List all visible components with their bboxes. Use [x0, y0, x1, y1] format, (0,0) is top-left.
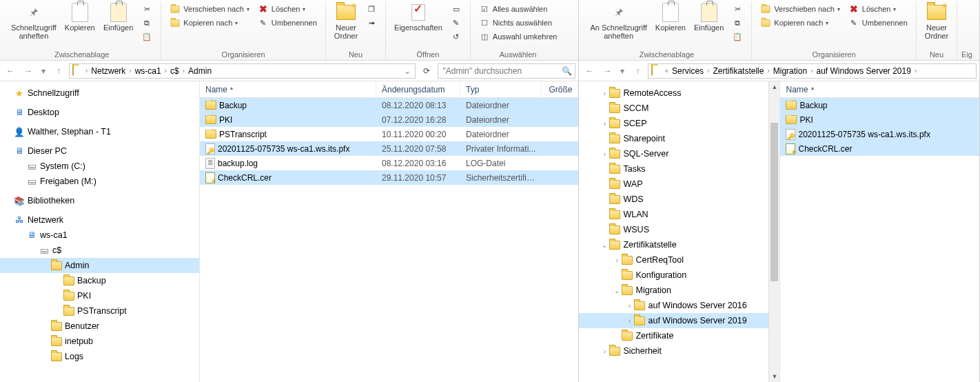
rename-button[interactable]: ✎ Umbenennen [255, 17, 320, 29]
tree-item[interactable]: ›SQL-Server [579, 146, 779, 161]
pin-to-quickaccess-button[interactable]: An Schnellzugriff anheften [586, 1, 651, 41]
scroll-thumb[interactable] [770, 123, 778, 281]
table-row[interactable]: 20201125-075735 ws-ca1.ws.its.pfx [780, 127, 979, 141]
tree-item[interactable]: ›CertReqTool [579, 252, 779, 268]
tree-expander-icon[interactable]: ⌄ [612, 287, 622, 294]
tree-item[interactable]: ›SCEP [579, 116, 779, 131]
address-dropdown-button[interactable]: ⌄ [401, 63, 414, 79]
table-row[interactable]: 20201125-075735 ws-ca1.ws.its.pfx25.11.2… [200, 141, 578, 156]
tree-expander-icon[interactable]: ⌄ [600, 241, 609, 249]
crumb-3[interactable]: auf Windows Server 2019 [813, 66, 913, 76]
navigation-tree[interactable]: ★Schnellzugriff🖥Desktop👤Walther, Stephan… [0, 81, 200, 382]
search-input[interactable] [441, 66, 562, 77]
table-row[interactable]: PKI [780, 112, 979, 127]
nav-recent-button[interactable]: ▾ [39, 63, 48, 79]
scroll-up-icon[interactable]: ▲ [769, 81, 779, 92]
copy-to-button[interactable]: Kopieren nach [167, 17, 252, 29]
easy-access-button[interactable]: ➟ [363, 17, 380, 29]
tree-item[interactable]: 🖴c$ [0, 243, 199, 258]
tree-item[interactable]: WDS [579, 192, 779, 207]
copy-to-button[interactable]: Kopieren nach [757, 17, 842, 29]
tree-item[interactable]: 🖧Netzwerk [0, 212, 199, 228]
copy-path-button[interactable]: ⧉ [729, 17, 746, 29]
tree-item[interactable]: 🖥Desktop [0, 105, 199, 120]
table-row[interactable]: Backup [780, 98, 979, 112]
tree-item[interactable]: WLAN [579, 207, 779, 222]
edit-button[interactable]: ✎ [448, 17, 465, 29]
tree-expander-icon[interactable]: › [600, 150, 609, 158]
tree-item[interactable]: Admin [0, 258, 199, 273]
history-button[interactable]: ↺ [448, 30, 465, 43]
crumb-0[interactable]: Services [669, 66, 706, 76]
table-row[interactable]: CheckCRL.cer [780, 141, 979, 156]
tree-item[interactable]: PKI [0, 288, 199, 303]
copy-button[interactable]: Kopieren [651, 1, 690, 33]
copy-button[interactable]: Kopieren [61, 1, 99, 33]
file-rows[interactable]: BackupPKI20201125-075735 ws-ca1.ws.its.p… [780, 98, 979, 382]
table-row[interactable]: backup.log08.12.2020 03:16LOG-Datei [200, 156, 578, 170]
paste-button[interactable]: Einfügen [690, 1, 728, 33]
file-rows[interactable]: Backup08.12.2020 08:13DateiordnerPKI07.1… [200, 98, 578, 382]
select-none-button[interactable]: ☐Nichts auswählen [476, 17, 560, 29]
move-to-button[interactable]: Verschieben nach [757, 3, 842, 15]
col-size[interactable]: Größe [542, 81, 578, 97]
crumb-share[interactable]: c$ [167, 66, 182, 76]
tree-item[interactable]: Backup [0, 273, 199, 288]
search-box[interactable]: 🔍 [438, 63, 575, 79]
col-name[interactable]: Name [200, 81, 376, 97]
tree-item[interactable]: Logs [0, 349, 199, 364]
tree-scrollbar[interactable]: ▲ ▼ [768, 81, 779, 382]
tree-item[interactable]: WAP [579, 177, 779, 192]
crumb-network[interactable]: Netzwerk [88, 66, 128, 76]
tree-item[interactable]: Zertifikate [579, 328, 779, 343]
invert-selection-button[interactable]: ◫Auswahl umkehren [476, 30, 560, 43]
crumb-folder[interactable]: Admin [185, 66, 214, 76]
nav-forward-button[interactable]: → [21, 63, 36, 79]
tree-item[interactable]: SCCM [579, 101, 779, 116]
tree-item[interactable]: Tasks [579, 161, 779, 177]
nav-forward-button[interactable]: → [600, 63, 615, 79]
table-row[interactable]: CheckCRL.cer29.11.2020 10:57Sicherheitsz… [200, 170, 578, 185]
select-all-button[interactable]: ☑Alles auswählen [476, 3, 560, 15]
tree-item[interactable]: ›Sicherheit [579, 343, 779, 359]
tree-item[interactable]: inetpub [0, 334, 199, 349]
tree-expander-icon[interactable]: › [600, 90, 609, 97]
address-bar[interactable]: › Netzwerk › ws-ca1 › c$ › Admin ⌄ [69, 63, 416, 79]
tree-item[interactable]: ⌄Migration [579, 283, 779, 298]
col-date[interactable]: Änderungsdatum [376, 81, 460, 97]
cut-button[interactable]: ✂ [139, 3, 155, 15]
crumb-host[interactable]: ws-ca1 [132, 66, 164, 76]
delete-button[interactable]: ✖Löschen [846, 3, 910, 15]
cut-button[interactable]: ✂ [729, 3, 746, 15]
new-folder-button[interactable]: Neuer Ordner [330, 1, 362, 41]
nav-up-button[interactable]: ↑ [630, 63, 645, 79]
table-row[interactable]: PSTranscript10.11.2020 00:20Dateiordner [200, 127, 578, 141]
nav-recent-button[interactable]: ▾ [617, 63, 627, 79]
open-button[interactable]: ▭ [448, 3, 465, 15]
navigation-tree[interactable]: ›RemoteAccessSCCM›SCEPSharepoint›SQL-Ser… [579, 81, 780, 382]
copy-path-button[interactable]: ⧉ [139, 17, 155, 29]
tree-expander-icon[interactable]: › [600, 120, 609, 128]
crumb-1[interactable]: Zertifikatstelle [710, 66, 766, 76]
tree-expander-icon[interactable]: › [624, 317, 634, 325]
rename-button[interactable]: ✎Umbenennen [846, 17, 910, 29]
tree-expander-icon[interactable]: › [600, 348, 609, 355]
move-to-button[interactable]: Verschieben nach [167, 3, 252, 15]
crumb-2[interactable]: Migration [770, 66, 810, 76]
table-row[interactable]: Backup08.12.2020 08:13Dateiordner [200, 98, 578, 112]
address-bar[interactable]: « Services › Zertifikatstelle › Migratio… [648, 63, 977, 79]
table-row[interactable]: PKI07.12.2020 16:28Dateiordner [200, 112, 578, 127]
paste-shortcut-button[interactable]: 📋 [139, 30, 155, 43]
tree-item[interactable]: ›RemoteAccess [579, 86, 779, 101]
delete-button[interactable]: ✖ Löschen [255, 3, 320, 15]
scroll-down-icon[interactable]: ▼ [769, 371, 779, 382]
overflow-icon[interactable]: « [664, 67, 669, 74]
tree-item[interactable]: ★Schnellzugriff [0, 86, 199, 101]
paste-shortcut-button[interactable]: 📋 [729, 30, 746, 43]
tree-item[interactable]: 🖥Dieser PC [0, 143, 199, 159]
paste-button[interactable]: Einfügen [99, 1, 137, 33]
tree-item[interactable]: ⌄Zertifikatstelle [579, 237, 779, 252]
tree-expander-icon[interactable]: › [612, 257, 622, 264]
tree-item[interactable]: WSUS [579, 222, 779, 237]
properties-button[interactable]: Eigenschaften [390, 1, 447, 33]
